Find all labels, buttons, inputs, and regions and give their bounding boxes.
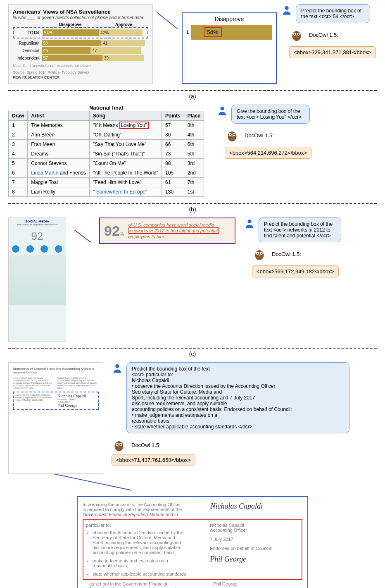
svg-point-21	[261, 253, 262, 254]
table-row: 1 The Memories "If It Means Losing You" …	[9, 121, 204, 130]
table-row: 7Maggie Toal"Feed Him With Love"617th	[9, 178, 204, 187]
owl-icon	[112, 437, 126, 452]
text: and in	[164, 512, 178, 517]
table-row: 6Linda Martin and Friends"All The People…	[9, 168, 204, 178]
song-text: "If It Means	[93, 122, 119, 128]
cell-artist: Ann Breen	[28, 130, 90, 140]
callout-arrow-icon	[74, 218, 91, 259]
cell-draw: 1	[9, 121, 28, 130]
user-icon	[112, 362, 123, 374]
document-thumbnail: Statement of Council's and the Accountin…	[8, 362, 103, 474]
bar-approve: 41	[101, 40, 145, 46]
cell-draw: 4	[9, 149, 28, 159]
highlighted-total-row: TOTAL 54% 42%	[13, 27, 148, 38]
cell-draw: 6	[9, 168, 28, 178]
table-row: 2Ann Breen"Oh, Darling"804th	[9, 130, 204, 140]
table-row: 5Connor Stevens"Count On Me"883rd	[9, 159, 204, 168]
section-b: National final Draw Artist Song Points P…	[0, 100, 385, 201]
cell-place: 3rd	[184, 159, 204, 168]
zoom-intro-line: Government Financial Reporting Manual an…	[83, 512, 202, 517]
cell-song: "Feed Him With Love"	[90, 178, 162, 187]
row-label: Independent	[13, 56, 42, 60]
svg-point-20	[257, 253, 258, 254]
cell-song: "Oh, Darling"	[90, 130, 162, 140]
table-caption: National final	[8, 105, 204, 111]
cell-song: "Sin Sin ("That's That")"	[90, 149, 162, 159]
model-output-d: <bbox>71,437,761,658</bbox>	[112, 454, 195, 466]
svg-point-13	[233, 134, 235, 135]
model-name-label: DocOwl 1.5:	[272, 251, 301, 257]
zoom-number: 92	[104, 223, 120, 239]
model-name-label: DocOwl 1.5:	[245, 132, 274, 139]
cell-points: 66	[162, 140, 184, 149]
cell-artist: Liam Reilly	[28, 187, 90, 197]
artist-link[interactable]: Linda Martin	[31, 170, 58, 176]
svg-point-28	[120, 444, 121, 445]
zoom-pct: %	[120, 231, 124, 237]
svg-point-8	[220, 107, 224, 110]
user-prompt-c: Predict the bounding box of the text <oc…	[259, 218, 341, 242]
cell-points: 88	[162, 159, 184, 168]
svg-point-23	[115, 364, 119, 368]
cell-draw: 5	[9, 159, 28, 168]
section-label-c: (c)	[0, 351, 385, 357]
zoom-bar: 54%	[191, 25, 272, 40]
bline: state whether applicable accounting stan…	[93, 571, 186, 576]
bline: reasonable basis;	[93, 563, 128, 568]
info-title: SOCIAL MEDIA	[9, 218, 66, 223]
chart-header: Disapprove Approve	[13, 22, 148, 27]
th-draw: Draw	[9, 111, 28, 121]
section-c: SOCIAL MEDIA The Effect On Employee Recr…	[0, 213, 385, 346]
svg-point-5	[294, 33, 295, 35]
bar-approve: 39	[102, 55, 144, 61]
model-name-label: DocOwl 1.5:	[131, 442, 161, 448]
bar-approve: 47	[90, 47, 140, 54]
svg-point-6	[298, 33, 299, 35]
cell-song: "Say That You Love Me"	[90, 140, 162, 149]
signer-name: Nicholas Capaldi	[210, 523, 299, 528]
info-big-number: 92	[9, 230, 66, 243]
info-circles	[9, 245, 66, 253]
table-row: 4Dreams"Sin Sin ("That's That")"735th	[9, 149, 204, 159]
svg-line-15	[74, 230, 91, 242]
cell-points: 105	[162, 168, 184, 178]
cell-artist: Dreams	[28, 149, 90, 159]
song-link[interactable]: Somewhere In Europe	[96, 189, 145, 195]
zoom-panel-c: 92% of U.S. companies have used social m…	[99, 218, 235, 244]
left-letter: L	[187, 29, 190, 35]
signer-role: Accounting Officer	[210, 528, 299, 533]
doc-title: Statement of Council's and the Accountin…	[13, 367, 99, 374]
bullet-item: state whether applicable accounting stan…	[93, 571, 202, 576]
user-prompt-d: Predict the bounding box of the text <oc…	[126, 362, 349, 433]
bar-row-total: TOTAL 54% 42%	[14, 29, 147, 36]
chart-subtitle: % who ___ of government's collection of …	[13, 15, 148, 20]
bar-disapprove: 46	[42, 47, 91, 54]
cell-place: 7th	[184, 178, 204, 187]
cell-song: "Count On Me"	[90, 159, 162, 168]
highlighted-region: particular to: observe the Accounts Dire…	[83, 519, 302, 580]
cell-points: 130	[162, 187, 184, 197]
italic-text: Government Financial Reporting Manual	[83, 512, 164, 517]
zoom-title: Disapprove	[187, 16, 272, 22]
cell-place: 8th	[184, 121, 204, 130]
cell-artist: The Memories	[28, 121, 90, 130]
svg-line-30	[54, 474, 132, 490]
chart-org: PEW RESEARCH CENTER	[13, 75, 148, 79]
cell-place: 2nd	[184, 168, 204, 178]
national-final-table: Draw Artist Song Points Place 1 The Memo…	[8, 111, 204, 197]
cell-artist: Linda Martin and Friends	[28, 168, 90, 178]
cell-draw: 7	[9, 178, 28, 187]
cell-points: 80	[162, 130, 184, 140]
cell-draw: 2	[9, 130, 28, 140]
model-output-b: <bbox>564,214,696,272</bbox>	[225, 147, 311, 159]
zoom-intro-line: is required to comply with the requireme…	[83, 507, 202, 512]
th-points: Points	[162, 111, 184, 121]
bline: Sport, including the relevant accounting…	[93, 540, 181, 545]
cell-points: 73	[162, 149, 184, 159]
signature-image: Nicholas Capaldi	[210, 502, 302, 511]
svg-point-27	[116, 444, 118, 445]
bline: disclosure requirements, and apply suita…	[93, 545, 180, 550]
signature-image: Phil George	[210, 555, 299, 564]
cell-draw: 3	[9, 140, 28, 149]
user-prompt-a: Predict the bounding box of the text <oc…	[296, 4, 370, 23]
